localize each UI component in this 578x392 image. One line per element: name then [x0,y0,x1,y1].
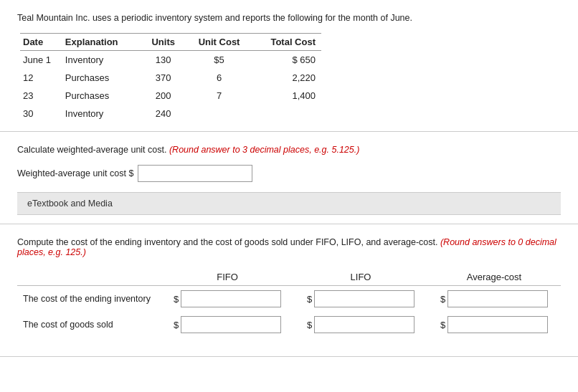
goods-sold-fifo-group: $ [166,316,288,333]
goods-sold-avg-input[interactable] [447,316,548,333]
header-total-cost: Total Cost [252,34,321,51]
goods-sold-fifo-cell: $ [161,312,294,338]
ending-inventory-lifo-input[interactable] [314,290,414,307]
goods-sold-lifo-cell: $ [294,312,427,338]
ending-inventory-avg-group: $ [433,290,555,307]
cell-units: 240 [140,105,189,123]
cell-units: 200 [140,87,189,105]
dollar-sign-1: $ [174,294,179,305]
dollar-sign-4: $ [174,320,179,330]
intro-text: Teal Mountain Inc. uses a periodic inven… [17,13,561,23]
cost-header-lifo: LIFO [294,269,427,286]
dollar-sign-6: $ [440,320,445,330]
dollar-sign-3: $ [440,294,445,305]
ending-inventory-label: The cost of the ending inventory [17,286,161,312]
weighted-avg-label: Weighted-average unit cost $ [17,168,133,178]
cell-date: 30 [20,105,62,123]
cost-header-fifo: FIFO [161,269,294,286]
table-row: 23 Purchases 200 7 1,400 [20,87,321,105]
ending-inventory-fifo-cell: $ [161,286,294,312]
weighted-avg-input[interactable] [138,165,252,182]
cell-total-cost: $ 650 [252,51,321,70]
header-units: Units [140,34,189,51]
inventory-table: Date Explanation Units Unit Cost Total C… [20,33,321,123]
calc-label: Calculate weighted-average unit cost. (R… [17,145,561,155]
top-section: Teal Mountain Inc. uses a periodic inven… [0,0,578,131]
cell-unit-cost: 7 [189,87,252,105]
cell-unit-cost: 6 [189,69,252,87]
header-unit-cost: Unit Cost [189,34,252,51]
table-row: 30 Inventory 240 [20,105,321,123]
cell-date: June 1 [20,51,62,70]
cell-date: 23 [20,87,62,105]
ending-inventory-lifo-group: $ [300,290,422,307]
ending-inventory-avg-input[interactable] [447,290,548,307]
bottom-instruction: Compute the cost of the ending inventory… [17,237,561,257]
cost-header-empty [17,269,161,286]
mid-section: Calculate weighted-average unit cost. (R… [0,132,578,224]
cost-table: FIFO LIFO Average-cost The cost of the e… [17,269,561,338]
etextbook-bar: eTextbook and Media [17,192,561,215]
ending-inventory-fifo-input[interactable] [181,290,281,307]
etextbook-label: eTextbook and Media [27,199,113,209]
cell-date: 12 [20,69,62,87]
goods-sold-lifo-group: $ [300,316,422,333]
cell-unit-cost: $5 [189,51,252,70]
ending-inventory-avg-cell: $ [427,286,561,312]
cell-unit-cost [189,105,252,123]
cell-explanation: Purchases [62,69,141,87]
cell-total-cost [252,105,321,123]
bottom-divider [0,356,578,357]
cell-total-cost: 2,220 [252,69,321,87]
table-row: The cost of goods sold $ $ $ [17,312,561,338]
header-date: Date [20,34,62,51]
cell-explanation: Purchases [62,87,141,105]
cell-explanation: Inventory [62,105,141,123]
goods-sold-label: The cost of goods sold [17,312,161,338]
cell-explanation: Inventory [62,51,141,70]
goods-sold-fifo-input[interactable] [181,316,281,333]
header-explanation: Explanation [62,34,141,51]
dollar-sign-5: $ [307,320,312,330]
table-row: June 1 Inventory 130 $5 $ 650 [20,51,321,70]
goods-sold-avg-group: $ [433,316,555,333]
goods-sold-avg-cell: $ [427,312,561,338]
goods-sold-lifo-input[interactable] [314,316,414,333]
table-row: The cost of the ending inventory $ $ $ [17,286,561,312]
cost-header-avg: Average-cost [427,269,561,286]
table-row: 12 Purchases 370 6 2,220 [20,69,321,87]
cell-total-cost: 1,400 [252,87,321,105]
bottom-section: Compute the cost of the ending inventory… [0,224,578,349]
ending-inventory-fifo-group: $ [166,290,288,307]
ending-inventory-lifo-cell: $ [294,286,427,312]
dollar-sign-2: $ [307,294,312,305]
cell-units: 370 [140,69,189,87]
cell-units: 130 [140,51,189,70]
weighted-avg-row: Weighted-average unit cost $ [17,165,561,182]
